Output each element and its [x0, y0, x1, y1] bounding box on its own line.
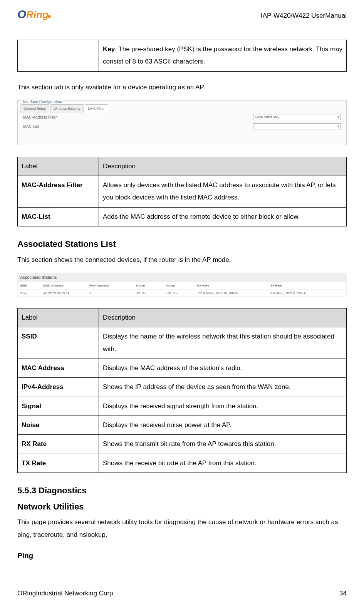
assoc-r1c1: MAC Address [18, 359, 99, 378]
assoc-v-ipv4: ? [89, 290, 136, 296]
assoc-r4c1: Noise [18, 416, 99, 434]
assoc-v-ssid: Oring [20, 290, 43, 296]
footer-page-number: 34 [339, 590, 347, 597]
mac-filter-select[interactable]: Allow listed only▾ [253, 114, 341, 120]
assoc-r3c2: Displays the received signal strength fr… [99, 397, 347, 416]
assoc-r5c2: Shows the transmit bit rate from the AP … [99, 435, 347, 454]
shot-row-mac-filter: MAC-Address Filter Allow listed only▾ [20, 114, 344, 121]
page-footer: ORingIndustrial Networking Corp 34 [17, 587, 347, 597]
logo: ORing [17, 8, 51, 23]
assoc-table-h1: Label [18, 308, 99, 327]
assoc-r4c2: Displays the received noise power at the… [99, 416, 347, 434]
netutil-body: This page provides several network utili… [17, 516, 347, 541]
assoc-v-signal: -17 dBm [136, 290, 166, 296]
assoc-h-noise: Noise [166, 283, 197, 288]
mac-table-r1c1: MAC-Address Filter [18, 176, 99, 208]
assoc-h-signal: Signal [136, 283, 166, 288]
logo-dot-icon [48, 15, 51, 18]
mac-table-h2: Description [99, 157, 347, 176]
assoc-r0c1: SSID [18, 327, 99, 359]
page-header: ORing IAP-W420/W422 UserManual [17, 8, 347, 26]
mac-table-r2c2: Adds the MAC address of the remote devic… [99, 207, 347, 226]
mac-table-r1c2: Allows only devices with the listed MAC … [99, 176, 347, 208]
tab-mac-filter[interactable]: MAC-Filter [85, 104, 108, 113]
mac-table-h1: Label [18, 157, 99, 176]
assoc-screenshot: Associated Stations SSID MAC-Address IPv… [17, 273, 347, 297]
logo-letter-o: O [17, 8, 26, 21]
assoc-v-mac: AC:22:0B:86:55:34 [43, 290, 89, 296]
shot-label-mac-filter: MAC-Address Filter [23, 114, 57, 121]
assoc-table: Label Description SSIDDisplays the name … [17, 308, 347, 473]
key-table-empty-label [18, 40, 99, 72]
assoc-v-noise: -95 dBm [166, 290, 197, 296]
assoc-h-ipv4: IPv4-Address [89, 283, 136, 288]
ping-heading: Ping [17, 549, 347, 563]
assoc-v-tx: 6.0 Mbit/s, MCS 0, 20MHz [270, 290, 344, 296]
assoc-r0c2: Displays the name of the wireless networ… [99, 327, 347, 359]
assoc-r5c1: RX Rate [18, 435, 99, 454]
assoc-r1c2: Displays the MAC address of the station'… [99, 359, 347, 378]
diagnostics-heading: 5.5.3 Diagnostics [17, 483, 347, 499]
assoc-h-rx: RX Rate [197, 283, 270, 288]
mac-list-select[interactable]: ▾ [253, 123, 341, 129]
assoc-r2c1: IPv4-Address [18, 378, 99, 397]
assoc-h-tx: TX Rate [270, 283, 344, 288]
assoc-r6c2: Shows the receive bit rate at the AP fro… [99, 454, 347, 473]
network-utilities-heading: Network Utilities [17, 499, 347, 515]
assoc-intro: This section shows the connected devices… [17, 254, 347, 266]
assoc-r2c2: Shows the IP address of the device as se… [99, 378, 347, 397]
assoc-h-ssid: SSID [20, 283, 43, 288]
assoc-shot-row: Oring AC:22:0B:86:55:34 ? -17 dBm -95 dB… [18, 290, 346, 297]
associated-stations-heading: Associated Stations List [17, 236, 347, 252]
shot-row-mac-list: MAC-List ▾ [20, 123, 344, 130]
key-label: Key [103, 45, 115, 53]
ap-note: This section tab is only available for a… [17, 81, 347, 94]
tab-wireless-security[interactable]: Wireless Security [50, 104, 84, 113]
shot-tabs: General Setup Wireless Security MAC-Filt… [20, 104, 108, 113]
assoc-r3c1: Signal [18, 397, 99, 416]
assoc-shot-headers: SSID MAC-Address IPv4-Address Signal Noi… [18, 282, 346, 290]
assoc-r6c1: TX Rate [18, 454, 99, 473]
chevron-down-icon: ▾ [337, 123, 339, 130]
key-table: Key: The pre-shared key (PSK) is the pas… [17, 40, 347, 72]
tab-general-setup[interactable]: General Setup [20, 104, 49, 113]
key-table-desc: Key: The pre-shared key (PSK) is the pas… [99, 40, 347, 72]
document-title: IAP-W420/W422 UserManual [261, 12, 347, 20]
key-desc-text: : The pre-shared key (PSK) is the passwo… [103, 45, 342, 65]
mac-filter-select-value: Allow listed only [255, 114, 279, 121]
assoc-v-rx: 130.0 Mbit/s, MCS 15, 20MHz [197, 290, 270, 296]
assoc-h-mac: MAC-Address [43, 283, 89, 288]
mac-table-r2c1: MAC-List [18, 207, 99, 226]
assoc-table-h2: Description [99, 308, 347, 327]
logo-ring: Ring [26, 9, 49, 21]
footer-company: ORingIndustrial Networking Corp [17, 590, 113, 597]
assoc-shot-title: Associated Stations [18, 273, 346, 282]
shot-label-mac-list: MAC-List [23, 123, 39, 130]
mac-filter-table: Label Description MAC-Address Filter All… [17, 157, 347, 226]
mac-filter-screenshot: Interface Configuration General Setup Wi… [17, 100, 347, 145]
chevron-down-icon: ▾ [337, 114, 339, 121]
